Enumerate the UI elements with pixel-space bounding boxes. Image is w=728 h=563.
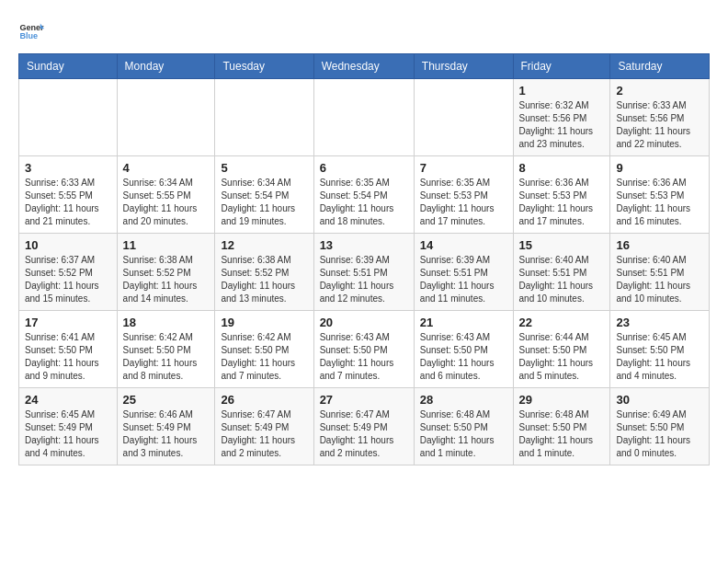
day-number: 15 bbox=[519, 238, 605, 252]
day-info: Sunrise: 6:45 AM Sunset: 5:49 PM Dayligh… bbox=[25, 408, 111, 460]
calendar-cell bbox=[117, 79, 215, 156]
calendar-table: SundayMondayTuesdayWednesdayThursdayFrid… bbox=[18, 53, 710, 465]
calendar-week-row: 3Sunrise: 6:33 AM Sunset: 5:55 PM Daylig… bbox=[19, 156, 710, 234]
calendar-cell bbox=[215, 79, 313, 156]
calendar-cell: 4Sunrise: 6:34 AM Sunset: 5:55 PM Daylig… bbox=[117, 156, 215, 234]
day-info: Sunrise: 6:46 AM Sunset: 5:49 PM Dayligh… bbox=[123, 408, 210, 460]
day-info: Sunrise: 6:33 AM Sunset: 5:55 PM Dayligh… bbox=[25, 177, 111, 228]
calendar-cell: 15Sunrise: 6:40 AM Sunset: 5:51 PM Dayli… bbox=[513, 234, 610, 311]
day-number: 9 bbox=[616, 161, 703, 175]
day-info: Sunrise: 6:47 AM Sunset: 5:49 PM Dayligh… bbox=[221, 408, 307, 460]
day-info: Sunrise: 6:39 AM Sunset: 5:51 PM Dayligh… bbox=[420, 254, 507, 305]
day-info: Sunrise: 6:38 AM Sunset: 5:52 PM Dayligh… bbox=[123, 254, 210, 305]
calendar-cell: 6Sunrise: 6:35 AM Sunset: 5:54 PM Daylig… bbox=[313, 156, 414, 234]
calendar-cell: 24Sunrise: 6:45 AM Sunset: 5:49 PM Dayli… bbox=[19, 388, 118, 465]
calendar-cell: 18Sunrise: 6:42 AM Sunset: 5:50 PM Dayli… bbox=[117, 311, 215, 388]
day-number: 24 bbox=[25, 393, 111, 407]
day-number: 5 bbox=[221, 161, 307, 175]
calendar-cell: 16Sunrise: 6:40 AM Sunset: 5:51 PM Dayli… bbox=[610, 234, 710, 311]
day-info: Sunrise: 6:33 AM Sunset: 5:56 PM Dayligh… bbox=[616, 99, 703, 151]
calendar-cell: 28Sunrise: 6:48 AM Sunset: 5:50 PM Dayli… bbox=[414, 388, 513, 465]
calendar-cell: 12Sunrise: 6:38 AM Sunset: 5:52 PM Dayli… bbox=[215, 234, 313, 311]
day-info: Sunrise: 6:42 AM Sunset: 5:50 PM Dayligh… bbox=[123, 331, 210, 383]
day-header-tuesday: Tuesday bbox=[215, 54, 313, 79]
day-number: 12 bbox=[221, 238, 307, 252]
day-number: 19 bbox=[221, 316, 307, 329]
day-info: Sunrise: 6:48 AM Sunset: 5:50 PM Dayligh… bbox=[420, 408, 507, 460]
calendar-cell: 1Sunrise: 6:32 AM Sunset: 5:56 PM Daylig… bbox=[513, 79, 610, 156]
calendar-cell: 29Sunrise: 6:48 AM Sunset: 5:50 PM Dayli… bbox=[513, 388, 610, 465]
day-number: 29 bbox=[519, 393, 605, 407]
day-number: 10 bbox=[25, 238, 111, 252]
calendar-cell bbox=[313, 79, 414, 156]
day-info: Sunrise: 6:43 AM Sunset: 5:50 PM Dayligh… bbox=[420, 331, 507, 383]
day-info: Sunrise: 6:34 AM Sunset: 5:54 PM Dayligh… bbox=[221, 177, 307, 228]
calendar-cell: 7Sunrise: 6:35 AM Sunset: 5:53 PM Daylig… bbox=[414, 156, 513, 234]
day-number: 13 bbox=[320, 238, 408, 252]
calendar-cell bbox=[19, 79, 118, 156]
day-info: Sunrise: 6:37 AM Sunset: 5:52 PM Dayligh… bbox=[25, 254, 111, 305]
day-info: Sunrise: 6:45 AM Sunset: 5:50 PM Dayligh… bbox=[616, 331, 703, 383]
day-header-thursday: Thursday bbox=[414, 54, 513, 79]
day-info: Sunrise: 6:42 AM Sunset: 5:50 PM Dayligh… bbox=[221, 331, 307, 383]
day-info: Sunrise: 6:36 AM Sunset: 5:53 PM Dayligh… bbox=[616, 177, 703, 228]
calendar-cell: 2Sunrise: 6:33 AM Sunset: 5:56 PM Daylig… bbox=[610, 79, 710, 156]
day-info: Sunrise: 6:44 AM Sunset: 5:50 PM Dayligh… bbox=[519, 331, 605, 383]
day-info: Sunrise: 6:35 AM Sunset: 5:53 PM Dayligh… bbox=[420, 177, 507, 228]
day-number: 22 bbox=[519, 316, 605, 329]
calendar-cell: 11Sunrise: 6:38 AM Sunset: 5:52 PM Dayli… bbox=[117, 234, 215, 311]
calendar-week-row: 1Sunrise: 6:32 AM Sunset: 5:56 PM Daylig… bbox=[19, 79, 710, 156]
calendar-cell bbox=[414, 79, 513, 156]
day-info: Sunrise: 6:41 AM Sunset: 5:50 PM Dayligh… bbox=[25, 331, 111, 383]
calendar-week-row: 10Sunrise: 6:37 AM Sunset: 5:52 PM Dayli… bbox=[19, 234, 710, 311]
logo-icon: General Blue bbox=[18, 18, 44, 44]
logo: General Blue bbox=[18, 18, 44, 44]
day-info: Sunrise: 6:34 AM Sunset: 5:55 PM Dayligh… bbox=[123, 177, 210, 228]
day-number: 1 bbox=[519, 84, 605, 98]
calendar-cell: 3Sunrise: 6:33 AM Sunset: 5:55 PM Daylig… bbox=[19, 156, 118, 234]
day-number: 20 bbox=[320, 316, 408, 329]
day-info: Sunrise: 6:39 AM Sunset: 5:51 PM Dayligh… bbox=[320, 254, 408, 305]
day-number: 27 bbox=[320, 393, 408, 407]
calendar-cell: 20Sunrise: 6:43 AM Sunset: 5:50 PM Dayli… bbox=[313, 311, 414, 388]
day-number: 28 bbox=[420, 393, 507, 407]
calendar-week-row: 24Sunrise: 6:45 AM Sunset: 5:49 PM Dayli… bbox=[19, 388, 710, 465]
day-number: 14 bbox=[420, 238, 507, 252]
day-number: 18 bbox=[123, 316, 210, 329]
calendar-cell: 30Sunrise: 6:49 AM Sunset: 5:50 PM Dayli… bbox=[610, 388, 710, 465]
day-info: Sunrise: 6:47 AM Sunset: 5:49 PM Dayligh… bbox=[320, 408, 408, 460]
header: General Blue bbox=[18, 18, 710, 44]
day-number: 11 bbox=[123, 238, 210, 252]
day-header-saturday: Saturday bbox=[610, 54, 710, 79]
calendar-cell: 13Sunrise: 6:39 AM Sunset: 5:51 PM Dayli… bbox=[313, 234, 414, 311]
day-number: 21 bbox=[420, 316, 507, 329]
day-number: 4 bbox=[123, 161, 210, 175]
day-header-friday: Friday bbox=[513, 54, 610, 79]
calendar-cell: 8Sunrise: 6:36 AM Sunset: 5:53 PM Daylig… bbox=[513, 156, 610, 234]
day-number: 16 bbox=[616, 238, 703, 252]
day-number: 25 bbox=[123, 393, 210, 407]
calendar-cell: 9Sunrise: 6:36 AM Sunset: 5:53 PM Daylig… bbox=[610, 156, 710, 234]
day-info: Sunrise: 6:49 AM Sunset: 5:50 PM Dayligh… bbox=[616, 408, 703, 460]
day-info: Sunrise: 6:40 AM Sunset: 5:51 PM Dayligh… bbox=[616, 254, 703, 305]
day-info: Sunrise: 6:48 AM Sunset: 5:50 PM Dayligh… bbox=[519, 408, 605, 460]
svg-text:Blue: Blue bbox=[19, 31, 38, 40]
calendar-week-row: 17Sunrise: 6:41 AM Sunset: 5:50 PM Dayli… bbox=[19, 311, 710, 388]
calendar-cell: 10Sunrise: 6:37 AM Sunset: 5:52 PM Dayli… bbox=[19, 234, 118, 311]
day-header-wednesday: Wednesday bbox=[313, 54, 414, 79]
day-number: 8 bbox=[519, 161, 605, 175]
day-info: Sunrise: 6:38 AM Sunset: 5:52 PM Dayligh… bbox=[221, 254, 307, 305]
calendar-cell: 5Sunrise: 6:34 AM Sunset: 5:54 PM Daylig… bbox=[215, 156, 313, 234]
day-number: 3 bbox=[25, 161, 111, 175]
day-number: 30 bbox=[616, 393, 703, 407]
calendar-cell: 17Sunrise: 6:41 AM Sunset: 5:50 PM Dayli… bbox=[19, 311, 118, 388]
calendar-cell: 25Sunrise: 6:46 AM Sunset: 5:49 PM Dayli… bbox=[117, 388, 215, 465]
calendar-cell: 22Sunrise: 6:44 AM Sunset: 5:50 PM Dayli… bbox=[513, 311, 610, 388]
day-number: 17 bbox=[25, 316, 111, 329]
day-info: Sunrise: 6:36 AM Sunset: 5:53 PM Dayligh… bbox=[519, 177, 605, 228]
calendar-cell: 14Sunrise: 6:39 AM Sunset: 5:51 PM Dayli… bbox=[414, 234, 513, 311]
calendar-cell: 26Sunrise: 6:47 AM Sunset: 5:49 PM Dayli… bbox=[215, 388, 313, 465]
day-info: Sunrise: 6:43 AM Sunset: 5:50 PM Dayligh… bbox=[320, 331, 408, 383]
calendar-cell: 19Sunrise: 6:42 AM Sunset: 5:50 PM Dayli… bbox=[215, 311, 313, 388]
day-number: 26 bbox=[221, 393, 307, 407]
